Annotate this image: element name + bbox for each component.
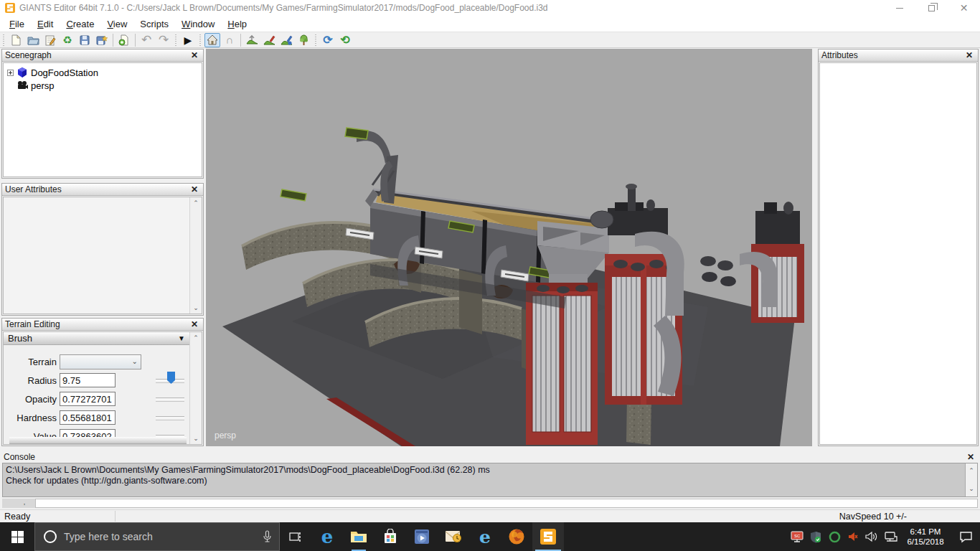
menu-file[interactable]: File: [3, 17, 31, 31]
start-button[interactable]: [0, 522, 34, 551]
collapse-triangle-icon: ▼: [178, 334, 185, 342]
user-attributes-title: User Attributes: [5, 184, 189, 194]
taskbar-clock[interactable]: 6:41 PM 6/15/2018: [900, 527, 951, 547]
menu-help[interactable]: Help: [221, 17, 253, 31]
play-button[interactable]: ▶: [180, 33, 196, 47]
menu-window[interactable]: Window: [175, 17, 221, 31]
new-file-button[interactable]: [8, 33, 24, 47]
taskbar-app-internet-explorer[interactable]: e: [469, 522, 501, 551]
terrain-sculpt-icon: [246, 34, 258, 46]
taskbar-app-movies-tv[interactable]: [406, 522, 438, 551]
opacity-input[interactable]: [60, 392, 116, 406]
taskbar-app-mail[interactable]: [438, 522, 469, 551]
edit-notepad-button[interactable]: [42, 33, 58, 47]
radius-slider[interactable]: [156, 376, 184, 385]
terrain-sculpt-button[interactable]: [244, 33, 260, 47]
open-file-button[interactable]: [25, 33, 41, 47]
console-command-input[interactable]: [35, 499, 978, 508]
radius-input[interactable]: [60, 373, 116, 387]
terrain-paint-button[interactable]: [261, 33, 277, 47]
action-center-icon: [959, 531, 973, 543]
reload-scripts-button[interactable]: ⟲: [337, 33, 353, 47]
restore-button[interactable]: [915, 0, 948, 16]
toolbar-grip[interactable]: [314, 34, 318, 46]
console-output[interactable]: C:\Users\Jack L Brown\Documents\My Games…: [2, 463, 978, 497]
windows-taskbar: Type here to search e e SC: [0, 522, 980, 551]
chevron-down-icon: ⌄: [132, 357, 138, 365]
svg-text:SC: SC: [794, 534, 801, 538]
task-view-button[interactable]: [280, 522, 311, 551]
attributes-titlebar[interactable]: Attributes ✕: [819, 50, 978, 62]
hardness-slider[interactable]: [156, 413, 184, 422]
console-titlebar[interactable]: Console ✕: [0, 451, 980, 463]
terrain-select[interactable]: ⌄: [60, 354, 141, 369]
viewport-3d[interactable]: persp: [206, 49, 812, 446]
terrain-editing-scrollbar[interactable]: ⌃ ⌄: [189, 332, 202, 444]
opacity-slider[interactable]: [156, 395, 184, 403]
save-button[interactable]: [77, 33, 93, 47]
tray-defender-icon[interactable]: [806, 522, 825, 551]
tray-green-ring-icon[interactable]: [825, 522, 844, 551]
scenegraph-panel: Scenegraph ✕ DogFoodStation persp: [1, 49, 204, 179]
minimize-button[interactable]: [883, 0, 915, 16]
scenegraph-panel-titlebar[interactable]: Scenegraph ✕: [2, 50, 203, 62]
scenegraph-tree: DogFoodStation persp: [4, 63, 202, 95]
taskbar-app-firefox[interactable]: [501, 522, 532, 551]
user-attributes-close-icon[interactable]: ✕: [189, 185, 200, 194]
status-bar: Ready NavSpeed 10 +/-: [0, 509, 980, 522]
frame-home-button[interactable]: [204, 33, 220, 47]
taskbar-app-edge[interactable]: e: [311, 522, 343, 551]
menu-create[interactable]: Create: [60, 17, 100, 31]
taskbar-app-store[interactable]: [374, 522, 406, 551]
menu-edit[interactable]: Edit: [31, 17, 60, 31]
tray-volume-icon[interactable]: [862, 522, 881, 551]
redo-button[interactable]: ↷: [156, 33, 171, 47]
toolbar-grip[interactable]: [1, 34, 6, 46]
tray-sc-monitor-icon[interactable]: SC: [788, 522, 806, 551]
user-attributes-titlebar[interactable]: User Attributes ✕: [2, 184, 203, 196]
status-ready-text: Ready: [4, 512, 30, 522]
microphone-icon[interactable]: [263, 530, 272, 543]
scroll-up-icon[interactable]: ⌃: [193, 197, 199, 209]
taskbar-app-file-explorer[interactable]: [343, 522, 374, 551]
taskbar-app-giants-editor[interactable]: [532, 522, 564, 551]
brush-section-label: Brush: [8, 333, 32, 344]
reload-shaders-button[interactable]: ⟳: [320, 33, 336, 47]
import-add-button[interactable]: [116, 33, 132, 47]
undo-button[interactable]: ↶: [138, 33, 154, 47]
scroll-up-icon[interactable]: ⌃: [193, 332, 199, 344]
scroll-down-icon[interactable]: ⌄: [969, 481, 974, 496]
tree-node-dogfoodstation[interactable]: DogFoodStation: [5, 66, 200, 79]
hardness-input[interactable]: [60, 410, 116, 425]
scenegraph-close-icon[interactable]: ✕: [189, 51, 200, 60]
snap-magnet-button[interactable]: ∩: [222, 33, 237, 47]
taskbar-search[interactable]: Type here to search: [34, 522, 280, 551]
user-attributes-scrollbar[interactable]: ⌃ ⌄: [189, 197, 202, 314]
tray-speaker-red-icon[interactable]: [844, 522, 862, 551]
terrain-editing-panel: Terrain Editing ✕ Brush ▼ Terrain ⌄ Radi…: [1, 318, 204, 446]
menu-view[interactable]: View: [100, 17, 133, 31]
scroll-down-icon[interactable]: ⌄: [193, 302, 199, 314]
close-button[interactable]: ✕: [948, 0, 980, 16]
add-tree-button[interactable]: [296, 33, 311, 47]
console-scrollbar[interactable]: ⌃ ⌄: [965, 463, 977, 496]
terrain-foliage-button[interactable]: [278, 33, 294, 47]
attributes-close-icon[interactable]: ✕: [963, 51, 975, 60]
toolbar-grip[interactable]: [198, 34, 202, 46]
scroll-up-icon[interactable]: ⌃: [969, 463, 974, 479]
tray-network-icon[interactable]: [881, 522, 900, 551]
menu-scripts[interactable]: Scripts: [133, 17, 175, 31]
expand-icon[interactable]: [7, 70, 14, 76]
brush-section-header[interactable]: Brush ▼: [4, 332, 189, 345]
terrain-editing-titlebar[interactable]: Terrain Editing ✕: [2, 319, 203, 331]
reload-button[interactable]: ♻: [60, 33, 75, 47]
terrain-editing-title: Terrain Editing: [5, 319, 189, 329]
next-section-header[interactable]: [9, 437, 187, 444]
scroll-down-icon[interactable]: ⌄: [193, 433, 199, 444]
terrain-editing-close-icon[interactable]: ✕: [189, 320, 200, 329]
toolbar-grip[interactable]: [174, 34, 178, 46]
export-button[interactable]: [94, 33, 110, 47]
action-center-button[interactable]: [951, 531, 980, 543]
console-close-icon[interactable]: ✕: [965, 453, 976, 461]
tree-node-persp[interactable]: persp: [5, 79, 200, 92]
